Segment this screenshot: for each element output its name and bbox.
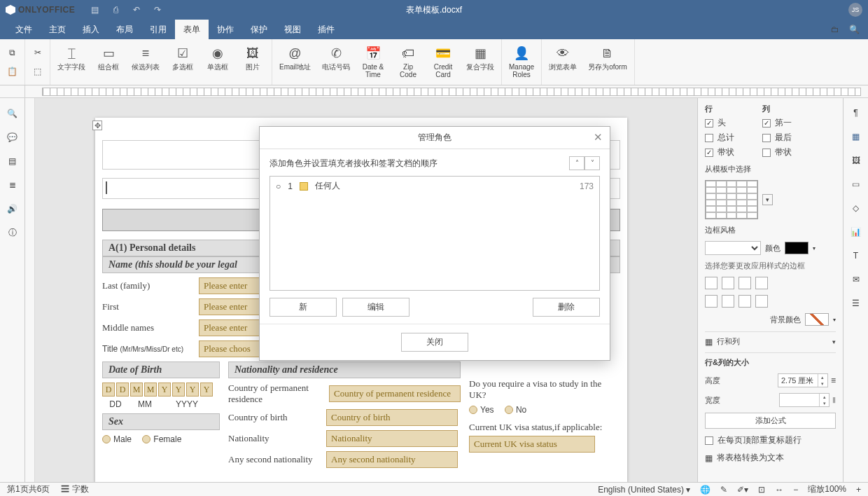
email-button[interactable]: @Email地址	[275, 43, 315, 72]
manage-roles-button[interactable]: 👤Manage Roles	[505, 43, 538, 80]
sec-nat-field[interactable]: Any second nationality	[326, 451, 458, 468]
combo-button[interactable]: ▭组合框	[92, 43, 125, 72]
border-preset-icon[interactable]	[738, 277, 751, 289]
delete-button[interactable]: 删除	[533, 298, 600, 317]
saveas-button[interactable]: 🗎另存为oform	[584, 43, 631, 72]
fit-icon[interactable]: ⊡	[758, 485, 765, 495]
move-down-button[interactable]: ˅	[584, 156, 600, 170]
image-button[interactable]: 🖼图片	[237, 43, 269, 72]
move-up-button[interactable]: ˄	[569, 156, 584, 170]
about-icon[interactable]: ⓘ	[7, 227, 18, 238]
add-formula-button[interactable]: 添加公式	[705, 413, 836, 429]
preview-button[interactable]: 👁浏览表单	[545, 43, 581, 72]
drag-handle-icon[interactable]: ○	[276, 181, 281, 191]
edit-button[interactable]: 编辑	[342, 298, 410, 317]
user-avatar[interactable]: JS	[848, 3, 862, 17]
nat-field[interactable]: Nationality	[326, 430, 458, 447]
outline-icon[interactable]: ≣	[7, 179, 18, 191]
datetime-button[interactable]: 📅Date & Time	[357, 43, 389, 80]
phone-button[interactable]: ✆电话号码	[318, 43, 354, 72]
undo-icon[interactable]: ↶	[131, 4, 142, 15]
tracking-icon[interactable]: ✎	[720, 485, 727, 495]
male-radio[interactable]: Male	[102, 434, 132, 444]
menu-forms[interactable]: 表单	[175, 20, 209, 39]
border-preset-icon[interactable]	[755, 277, 768, 289]
spellcheck-icon[interactable]: 🌐	[700, 485, 710, 495]
banded-row-check[interactable]: ✓带状	[705, 146, 734, 158]
select-icon[interactable]: ⬚	[34, 67, 41, 76]
rowcol-dropdown-icon[interactable]: ▾	[832, 338, 836, 345]
close-icon[interactable]: ✕	[592, 131, 604, 144]
menu-plugins[interactable]: 插件	[309, 20, 343, 39]
headings-icon[interactable]: ▤	[7, 156, 18, 167]
first-col-check[interactable]: ✓第一	[762, 117, 792, 129]
last-col-check[interactable]: 最后	[762, 132, 792, 144]
repeat-header-check[interactable]: 在每页顶部重复标题行	[705, 434, 836, 446]
menu-home[interactable]: 主页	[41, 20, 74, 39]
menu-protect[interactable]: 保护	[242, 20, 276, 39]
menu-file[interactable]: 文件	[7, 20, 41, 39]
table-tab-icon[interactable]: ▦	[850, 130, 862, 143]
menu-collab[interactable]: 协作	[209, 20, 242, 39]
template-dropdown-icon[interactable]: ▾	[762, 194, 773, 205]
dob-cells[interactable]: DDMMYYYY	[102, 383, 220, 397]
bg-color-swatch[interactable]	[805, 313, 829, 326]
zip-button[interactable]: 🏷Zip Code	[392, 43, 424, 80]
female-radio[interactable]: Female	[142, 434, 181, 444]
no-radio[interactable]: No	[505, 405, 526, 415]
fit-width-icon[interactable]: ↔	[775, 485, 783, 495]
cut-icon[interactable]: ✂	[34, 48, 41, 57]
redo-icon[interactable]: ↷	[152, 4, 163, 15]
border-preset-icon[interactable]	[705, 277, 718, 289]
height-spinner[interactable]: ▴▾	[778, 373, 828, 387]
save-icon[interactable]: ▤	[89, 4, 100, 15]
form-tab-icon[interactable]: ☰	[850, 297, 862, 310]
menu-references[interactable]: 引用	[141, 20, 175, 39]
feedback-icon[interactable]: 🔊	[7, 203, 18, 214]
close-button[interactable]: 关闭	[401, 333, 468, 352]
vertical-ruler[interactable]	[25, 98, 35, 482]
header-tab-icon[interactable]: ▭	[850, 178, 862, 191]
border-preset-icon[interactable]	[755, 295, 768, 308]
language-selector[interactable]: English (United States) ▾	[598, 485, 690, 495]
total-row-check[interactable]: 总计	[705, 132, 734, 144]
zoom-out-icon[interactable]: −	[793, 485, 798, 495]
border-preset-icon[interactable]	[705, 295, 718, 308]
visa-status-field[interactable]: Current UK visa status	[469, 436, 595, 453]
dist-cols-icon[interactable]: ⦀	[832, 395, 836, 405]
table-handle-icon[interactable]: ✥	[92, 120, 102, 130]
text-field-button[interactable]: ⌶文字字段	[53, 43, 90, 72]
banded-col-check[interactable]: 带状	[762, 146, 792, 158]
copy-icon[interactable]: ⧉	[9, 48, 15, 57]
image-tab-icon[interactable]: 🖼	[850, 154, 862, 167]
border-width-select[interactable]	[705, 241, 761, 255]
open-location-icon[interactable]: 🗀	[831, 25, 839, 34]
zoom-level[interactable]: 缩放100%	[808, 483, 846, 495]
cob-field[interactable]: Country of birth	[326, 409, 458, 426]
paragraph-tab-icon[interactable]: ¶	[850, 106, 862, 119]
menu-insert[interactable]: 插入	[74, 20, 108, 39]
radio-button[interactable]: ◉单选框	[202, 43, 234, 72]
card-button[interactable]: 💳Credit Card	[427, 43, 459, 80]
textart-tab-icon[interactable]: T	[850, 249, 862, 262]
find-icon[interactable]: 🔍	[7, 108, 18, 119]
cpr-field[interactable]: Country of permanent residence	[329, 385, 461, 402]
complex-button[interactable]: ▦复合字段	[462, 43, 498, 72]
new-button[interactable]: 新	[270, 298, 337, 317]
chart-tab-icon[interactable]: 📊	[850, 226, 862, 238]
checkbox-button[interactable]: ☑多选框	[167, 43, 199, 72]
menu-view[interactable]: 视图	[276, 20, 309, 39]
dist-rows-icon[interactable]: ≡	[831, 376, 836, 385]
convert-label[interactable]: 将表格转换为文本	[717, 452, 784, 464]
yes-radio[interactable]: Yes	[469, 405, 494, 415]
zoom-in-icon[interactable]: +	[856, 485, 861, 495]
shape-tab-icon[interactable]: ◇	[850, 202, 862, 214]
page-indicator[interactable]: 第1页共6页	[7, 483, 50, 495]
border-preset-icon[interactable]	[722, 295, 734, 308]
template-preview[interactable]	[705, 180, 758, 219]
width-spinner[interactable]: ▴▾	[779, 393, 830, 407]
tracking2-icon[interactable]: ✐▾	[737, 485, 748, 495]
header-row-check[interactable]: ✓头	[705, 117, 734, 129]
word-count[interactable]: ☰ 字数	[61, 483, 88, 495]
border-preset-icon[interactable]	[722, 277, 734, 289]
